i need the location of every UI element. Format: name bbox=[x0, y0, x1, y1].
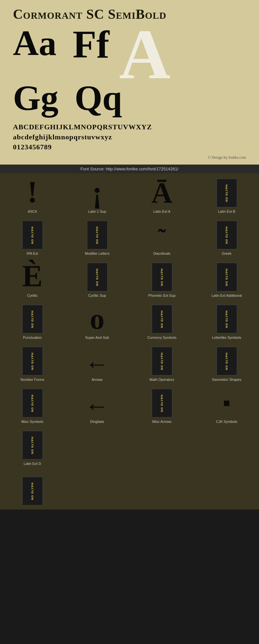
noglyph-modletters: NO GLYPH bbox=[87, 220, 108, 250]
glyph-ff: Ff bbox=[73, 25, 109, 64]
label-superandsub: Super And Sub bbox=[85, 336, 109, 339]
grid-cell-empty5 bbox=[130, 467, 194, 510]
grid-cell-greek: NO GLYPH Greek bbox=[194, 215, 259, 257]
glyph-a-white: A bbox=[119, 25, 171, 83]
grid-cell-cyrillic: È Cyrillic bbox=[0, 257, 65, 299]
grid-cell-phoneticextsup: NO GLYPH Phonetic Ext Sup bbox=[130, 257, 194, 299]
grid-row-1: ! ASCII ¡ Latin 1 Sup Ā Latin Ext A NO G… bbox=[0, 173, 259, 215]
grid-cell-empty1 bbox=[65, 425, 130, 467]
label-modletters: Modifier Letters bbox=[85, 252, 109, 255]
noglyph-text: NO GLYPH bbox=[225, 184, 228, 202]
digits: 0123456789 bbox=[13, 142, 246, 152]
copyright: © Design by fontke.com bbox=[13, 154, 246, 161]
label-phoneticextsup: Phonetic Ext Sup bbox=[148, 294, 175, 297]
grid-cell-mathoperators: NO GLYPH Math Operators bbox=[130, 341, 194, 383]
grid-row-7: NO GLYPH Latin Ext D bbox=[0, 425, 259, 467]
grid-cell-ipaext: NO GLYPH IPA Ext bbox=[0, 215, 65, 257]
glyph-grave-e: È bbox=[22, 261, 42, 292]
grid-cell-latinexta: Ā Latin Ext A bbox=[130, 173, 194, 215]
grid-section: ! ASCII ¡ Latin 1 Sup Ā Latin Ext A NO G… bbox=[0, 173, 259, 510]
noglyph-text: NO GLYPH bbox=[160, 310, 163, 328]
noglyph-text: NO GLYPH bbox=[225, 310, 228, 328]
label-miscsymbols: Misc Symbols bbox=[21, 420, 43, 424]
noglyph-text: NO GLYPH bbox=[96, 268, 99, 286]
noglyph-punctuation: NO GLYPH bbox=[22, 305, 43, 334]
noglyph-text: NO GLYPH bbox=[31, 310, 34, 328]
grid-cell-diacriticals: ˜ Diacriticals bbox=[130, 215, 194, 257]
glyph-arrow-dingbat: ← bbox=[85, 393, 109, 418]
top-section: Cormorant SC SemiBold Aa Ff A Gg Qq ABCD… bbox=[0, 0, 259, 165]
label-dingbats: Dingbats bbox=[90, 420, 104, 424]
grid-cell-extra: NO GLYPH bbox=[0, 467, 65, 510]
grid-cell-punctuation: NO GLYPH Punctuation bbox=[0, 299, 65, 341]
glyph-arrow: ← bbox=[85, 351, 109, 376]
grid-cell-empty3 bbox=[194, 425, 259, 467]
label-cyrillic: Cyrillic bbox=[27, 294, 38, 297]
grid-row-5: NO GLYPH Number Forms ← Arrows NO GLYPH … bbox=[0, 341, 259, 383]
grid-cell-modletters: NO GLYPH Modifier Letters bbox=[65, 215, 130, 257]
glyph-gg: Gg bbox=[13, 78, 59, 118]
noglyph-greek: NO GLYPH bbox=[216, 220, 237, 250]
noglyph-extra: NO GLYPH bbox=[22, 477, 43, 506]
noglyph-text: NO GLYPH bbox=[160, 352, 163, 370]
noglyph-text: NO GLYPH bbox=[31, 352, 34, 370]
label-geometricshapes: Geometric Shapes bbox=[212, 378, 241, 381]
noglyph-mathoperators: NO GLYPH bbox=[152, 347, 173, 376]
grid-cell-cjksymbols: ■ CJK Symbols bbox=[194, 383, 259, 425]
glyph-aa: Aa bbox=[13, 23, 56, 63]
glyph-square: ■ bbox=[223, 397, 230, 409]
label-ipaext: IPA Ext bbox=[27, 252, 38, 255]
noglyph-text: NO GLYPH bbox=[225, 352, 228, 370]
glyph-inv-exclamation: ¡ bbox=[92, 177, 102, 208]
noglyph-text: NO GLYPH bbox=[225, 268, 228, 286]
noglyph-miscsymbols: NO GLYPH bbox=[22, 389, 43, 418]
label-miscarrows: Misc Arrows bbox=[152, 420, 171, 424]
label-latinextd: Latin Ext D bbox=[24, 462, 41, 466]
label-latin1sup: Latin 1 Sup bbox=[88, 209, 106, 213]
noglyph-miscarrows: NO GLYPH bbox=[152, 389, 173, 418]
glyph-a-macron: Ā bbox=[152, 178, 173, 208]
grid-cell-latin1sup: ¡ Latin 1 Sup bbox=[65, 173, 130, 215]
grid-cell-cyrillicsup: NO GLYPH Cyrillic Sup bbox=[65, 257, 130, 299]
label-ascii: ASCII bbox=[28, 209, 37, 213]
label-numberforms: Number Forms bbox=[20, 378, 44, 381]
label-currencysymbols: Currency Symbols bbox=[147, 336, 176, 339]
noglyph-geometricshapes: NO GLYPH bbox=[216, 347, 237, 376]
glyph-qq: Qq bbox=[75, 78, 122, 118]
label-mathoperators: Math Operators bbox=[150, 378, 174, 381]
label-latinextadd: Latin Ext Additional bbox=[211, 294, 242, 297]
noglyph-cyrillicsup: NO GLYPH bbox=[87, 263, 108, 292]
grid-row-6: NO GLYPH Misc Symbols ← Dingbats NO GLYP… bbox=[0, 383, 259, 425]
alphabet-upper: ABCDEFGHIJKLMNOPQRSTUVWXYZ bbox=[13, 122, 246, 132]
grid-cell-letterlikesymbols: NO GLYPH Letterlike Symbols bbox=[194, 299, 259, 341]
grid-cell-empty6 bbox=[194, 467, 259, 510]
noglyph-numberforms: NO GLYPH bbox=[22, 347, 43, 376]
grid-cell-miscsymbols: NO GLYPH Misc Symbols bbox=[0, 383, 65, 425]
glyph-o: o bbox=[90, 305, 105, 334]
noglyph-latinextb: NO GLYPH bbox=[216, 178, 237, 208]
noglyph-text: NO GLYPH bbox=[225, 226, 228, 244]
grid-cell-empty4 bbox=[65, 467, 130, 510]
grid-cell-ascii: ! ASCII bbox=[0, 173, 65, 215]
grid-row-3: È Cyrillic NO GLYPH Cyrillic Sup NO GLYP… bbox=[0, 257, 259, 299]
noglyph-text: NO GLYPH bbox=[31, 436, 34, 454]
label-diacriticals: Diacriticals bbox=[153, 252, 170, 255]
noglyph-currencysymbols: NO GLYPH bbox=[152, 305, 173, 334]
label-latinexta: Latin Ext A bbox=[153, 209, 171, 213]
noglyph-text: NO GLYPH bbox=[31, 482, 34, 500]
grid-cell-arrows: ← Arrows bbox=[65, 341, 130, 383]
grid-cell-currencysymbols: NO GLYPH Currency Symbols bbox=[130, 299, 194, 341]
noglyph-latinextadd: NO GLYPH bbox=[216, 263, 237, 292]
grid-cell-miscarrows: NO GLYPH Misc Arrows bbox=[130, 383, 194, 425]
grid-cell-latinextb: NO GLYPH Latin Ext B bbox=[194, 173, 259, 215]
grid-cell-dingbats: ← Dingbats bbox=[65, 383, 130, 425]
grid-row-8: NO GLYPH bbox=[0, 467, 259, 510]
grid-cell-superandsub: o Super And Sub bbox=[65, 299, 130, 341]
noglyph-phoneticextsup: NO GLYPH bbox=[152, 263, 173, 292]
label-cyrillicsup: Cyrillic Sup bbox=[88, 294, 106, 297]
grid-row-2: NO GLYPH IPA Ext NO GLYPH Modifier Lette… bbox=[0, 215, 259, 257]
grid-cell-empty2 bbox=[130, 425, 194, 467]
source-bar: Font Source: http://www.fontke.com/font/… bbox=[0, 165, 259, 173]
label-arrows: Arrows bbox=[92, 378, 103, 381]
noglyph-text: NO GLYPH bbox=[31, 394, 34, 412]
